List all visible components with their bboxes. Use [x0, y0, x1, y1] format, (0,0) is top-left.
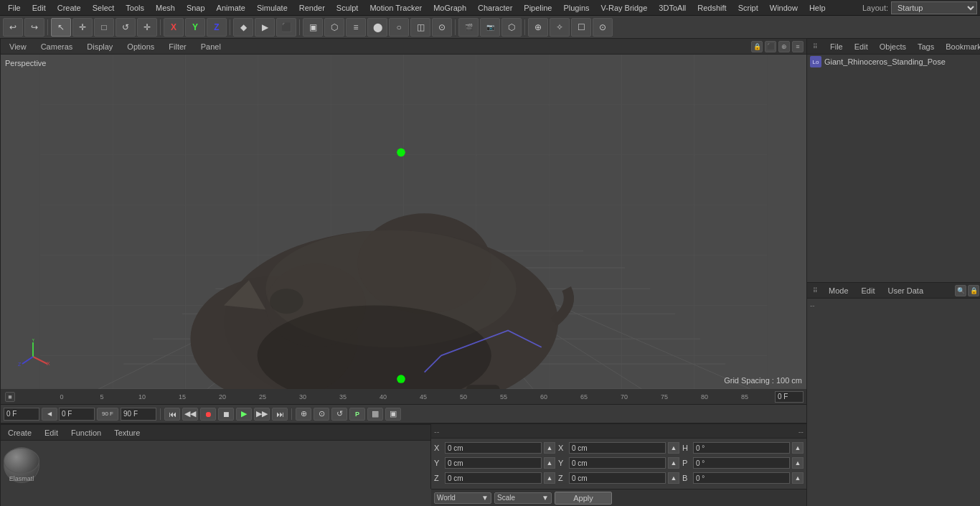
coord-x-btn[interactable]: ▲: [544, 442, 555, 454]
coord-my-btn[interactable]: ▲: [668, 457, 679, 469]
menu-animate[interactable]: Animate: [212, 2, 250, 14]
coord-b-input[interactable]: [693, 472, 790, 484]
attr-userdata-menu[interactable]: User Data: [884, 285, 928, 296]
anim-btn-4[interactable]: P: [349, 408, 365, 421]
redo-button[interactable]: ↪: [24, 18, 44, 37]
axis-z-button[interactable]: Z: [207, 18, 227, 37]
attr-mode-menu[interactable]: Mode: [824, 285, 853, 296]
coord-h-input[interactable]: [693, 442, 790, 454]
end-frame-input[interactable]: [121, 408, 156, 421]
axis-x-button[interactable]: X: [164, 18, 184, 37]
menu-script[interactable]: Script: [733, 2, 763, 14]
menu-file[interactable]: File: [3, 2, 26, 14]
vp-tab-options[interactable]: Options: [121, 41, 160, 52]
scale-tool-button[interactable]: □: [94, 18, 114, 37]
preview-start-input[interactable]: [59, 408, 95, 421]
scale-dropdown[interactable]: Scale ▼: [494, 492, 552, 504]
coord-p-btn[interactable]: ▲: [792, 457, 804, 469]
menu-select[interactable]: Select: [88, 2, 120, 14]
attr-search-btn[interactable]: 🔍: [955, 285, 966, 296]
layout-dropdown[interactable]: Startup Standard Modeling: [891, 1, 977, 14]
coord-my-input[interactable]: [569, 457, 666, 469]
apply-button[interactable]: Apply: [555, 492, 612, 505]
anim-btn-1[interactable]: ⊕: [296, 408, 311, 421]
world-dropdown[interactable]: World ▼: [434, 492, 491, 504]
render-settings-button[interactable]: ⬛: [276, 18, 296, 37]
sound-button[interactable]: ⬡: [501, 18, 522, 37]
coord-z-btn[interactable]: ▲: [544, 472, 555, 484]
coord-mz-btn[interactable]: ▲: [668, 472, 679, 484]
effector-button[interactable]: ○: [389, 18, 409, 37]
mat-texture-menu[interactable]: Texture: [110, 427, 144, 439]
select-tool-button[interactable]: ↖: [51, 18, 71, 37]
step-fwd-btn[interactable]: ▶▶: [254, 408, 270, 421]
stop-btn[interactable]: ⏹: [218, 408, 234, 421]
viewport-3d[interactable]: Perspective Grid Spacing : 100 cm: [1, 55, 806, 389]
coord-mx-input[interactable]: [569, 442, 666, 454]
mat-create-menu[interactable]: Create: [4, 427, 36, 439]
coord-mz-input[interactable]: [569, 472, 666, 484]
rotate-tool-button[interactable]: ↺: [116, 18, 136, 37]
om-objects-menu[interactable]: Objects: [875, 41, 910, 52]
anim-btn-6[interactable]: ▣: [385, 408, 401, 421]
video-button[interactable]: 📷: [480, 18, 500, 37]
render-view-button[interactable]: ◆: [233, 18, 253, 37]
step-back-btn[interactable]: ◀◀: [182, 408, 198, 421]
spline-button[interactable]: ⬡: [324, 18, 344, 37]
coord-p-input[interactable]: [693, 457, 790, 469]
start-frame-input[interactable]: [4, 408, 39, 421]
transform-button[interactable]: ✛: [137, 18, 157, 37]
menu-redshift[interactable]: Redshift: [692, 2, 731, 14]
anim-btn-5[interactable]: ▦: [367, 408, 383, 421]
viewport-lock-icon[interactable]: 🔒: [751, 41, 763, 52]
subdivision-button[interactable]: ≡: [346, 18, 366, 37]
menu-3dtoall[interactable]: 3DToAll: [654, 2, 691, 14]
prev-frame-btn[interactable]: ◀: [42, 408, 57, 421]
menu-mograph[interactable]: MoGraph: [428, 2, 471, 14]
current-frame-input[interactable]: [775, 391, 804, 403]
coord-x-input[interactable]: [445, 442, 542, 454]
mat-function-menu[interactable]: Function: [67, 427, 105, 439]
move-tool-button[interactable]: ✛: [72, 18, 93, 37]
menu-create[interactable]: Create: [52, 2, 86, 14]
coord-y-btn[interactable]: ▲: [544, 457, 555, 469]
om-edit-menu[interactable]: Edit: [850, 41, 872, 52]
menu-render[interactable]: Render: [294, 2, 330, 14]
coord-y-input[interactable]: [445, 457, 542, 469]
vp-tab-cameras[interactable]: Cameras: [35, 41, 79, 52]
viewport-options-icon[interactable]: ≡: [792, 41, 804, 52]
anim-btn-3[interactable]: ↺: [331, 408, 347, 421]
camera-button[interactable]: ◫: [410, 18, 430, 37]
coord-h-btn[interactable]: ▲: [792, 442, 804, 454]
preview-end-btn[interactable]: 90 F: [97, 408, 118, 421]
menu-help[interactable]: Help: [804, 2, 831, 14]
menu-character[interactable]: Character: [473, 2, 517, 14]
deformer-button[interactable]: ⬤: [367, 18, 387, 37]
play-btn[interactable]: ▶: [236, 408, 252, 421]
undo-button[interactable]: ↩: [3, 18, 23, 37]
om-file-menu[interactable]: File: [826, 41, 847, 52]
timeline-ruler-marks[interactable]: 0 5 10 15 20 25 30 35 40 45 50 55 60 65 …: [42, 389, 805, 404]
light-button[interactable]: ⊙: [432, 18, 452, 37]
menu-simulate[interactable]: Simulate: [252, 2, 293, 14]
menu-pipeline[interactable]: Pipeline: [519, 2, 557, 14]
object-button[interactable]: ▣: [303, 18, 323, 37]
workplane-button[interactable]: ☐: [571, 18, 591, 37]
goto-start-btn[interactable]: ⏮: [164, 408, 180, 421]
viewport-expand-icon[interactable]: ⊕: [778, 41, 790, 52]
menu-mesh[interactable]: Mesh: [151, 2, 180, 14]
vp-tab-display[interactable]: Display: [81, 41, 118, 52]
om-tags-menu[interactable]: Tags: [913, 41, 938, 52]
om-bookmarks-menu[interactable]: Bookmarks: [941, 41, 980, 52]
vp-tab-view[interactable]: View: [4, 41, 32, 52]
render-button[interactable]: ▶: [255, 18, 275, 37]
grid-button[interactable]: ✧: [550, 18, 570, 37]
record-btn[interactable]: ⏺: [200, 408, 216, 421]
coord-mx-btn[interactable]: ▲: [668, 442, 679, 454]
coord-z-input[interactable]: [445, 472, 542, 484]
mat-edit-menu[interactable]: Edit: [40, 427, 62, 439]
menu-plugins[interactable]: Plugins: [558, 2, 594, 14]
material-swatch[interactable]: Elasmatl: [4, 447, 39, 483]
menu-window[interactable]: Window: [765, 2, 803, 14]
anim-btn-2[interactable]: ⊙: [314, 408, 329, 421]
